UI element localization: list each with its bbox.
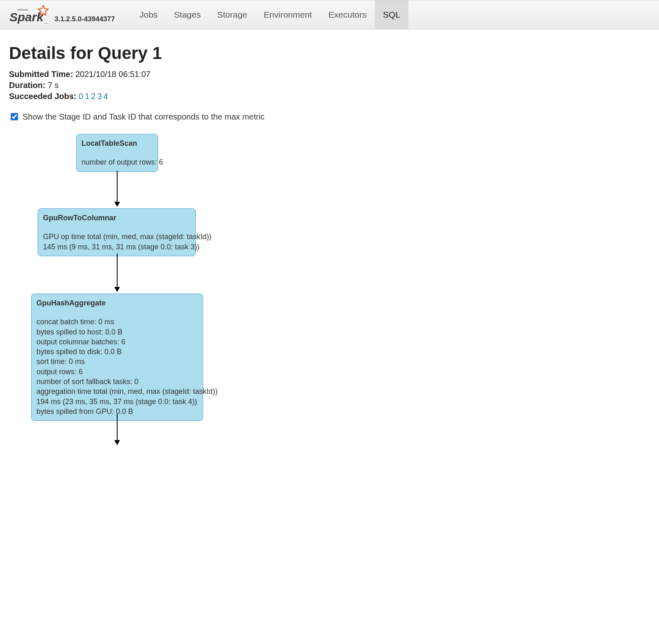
- dag-node-metric: output rows: 6: [36, 367, 198, 377]
- dag-node-metric: output columnar batches: 6: [36, 337, 198, 347]
- nav-tabs: JobsStagesStorageEnvironmentExecutorsSQL: [131, 0, 408, 29]
- show-stage-checkbox[interactable]: [11, 113, 18, 120]
- svg-text:Spark: Spark: [9, 10, 44, 24]
- dag-node-metric: number of output rows: 6: [82, 157, 153, 167]
- page-title: Details for Query 1: [9, 43, 650, 63]
- svg-text:TM: TM: [45, 23, 48, 25]
- succeeded-job-link[interactable]: 3: [97, 92, 102, 101]
- dag-node-metric: bytes spilled to host: 0.0 B: [36, 327, 198, 337]
- nav-tab-environment[interactable]: Environment: [256, 0, 320, 29]
- dag-node-metric: concat batch time: 0 ms: [36, 317, 198, 327]
- show-stage-checkbox-label: Show the Stage ID and Task ID that corre…: [23, 112, 265, 122]
- duration-label: Duration:: [9, 81, 45, 90]
- spark-logo-icon: APACHE Spark TM: [7, 4, 50, 26]
- show-stage-checkbox-row[interactable]: Show the Stage ID and Task ID that corre…: [9, 112, 650, 122]
- duration-value: 7 s: [48, 81, 59, 90]
- dag-node-gpu-hash-aggregate[interactable]: GpuHashAggregateconcat batch time: 0 msb…: [31, 294, 203, 421]
- nav-tab-sql[interactable]: SQL: [375, 0, 408, 29]
- brand: APACHE Spark TM 3.1.2.5.0-43944377: [7, 4, 115, 26]
- duration-line: Duration: 7 s: [9, 81, 650, 90]
- page-content: Details for Query 1 Submitted Time: 2021…: [0, 29, 659, 453]
- dag-edge: [117, 414, 118, 441]
- nav-tab-stages[interactable]: Stages: [166, 0, 209, 29]
- nav-tab-storage[interactable]: Storage: [209, 0, 256, 29]
- submitted-time-line: Submitted Time: 2021/10/18 06:51:07: [9, 70, 650, 79]
- dag-edge-arrowhead-icon: [114, 287, 120, 292]
- succeeded-jobs-links: 01234: [79, 92, 110, 101]
- submitted-time-label: Submitted Time:: [9, 70, 73, 79]
- dag-edge: [117, 171, 118, 203]
- dag-node-metric: bytes spilled to disk: 0.0 B: [36, 347, 198, 357]
- navbar: APACHE Spark TM 3.1.2.5.0-43944377 JobsS…: [0, 0, 659, 29]
- succeeded-jobs-line: Succeeded Jobs: 01234: [9, 92, 650, 101]
- succeeded-job-link[interactable]: 0: [79, 92, 83, 101]
- dag-node-local-table-scan[interactable]: LocalTableScannumber of output rows: 6: [76, 134, 158, 172]
- dag-node-metric: sort time: 0 ms: [36, 357, 198, 366]
- nav-tab-executors[interactable]: Executors: [320, 0, 375, 29]
- succeeded-job-link[interactable]: 2: [91, 92, 95, 101]
- succeeded-job-link[interactable]: 1: [85, 92, 89, 101]
- dag-node-metric: 194 ms (23 ms, 35 ms, 37 ms (stage 0.0: …: [36, 397, 198, 407]
- succeeded-jobs-label: Succeeded Jobs:: [9, 92, 77, 101]
- dag-edge-arrowhead-icon: [114, 202, 120, 207]
- dag-node-metric: 145 ms (9 ms, 31 ms, 31 ms (stage 0.0: t…: [43, 242, 190, 252]
- dag-node-gpu-row-to-columnar[interactable]: GpuRowToColumnarGPU op time total (min, …: [38, 208, 196, 256]
- dag-node-metric: aggregation time total (min, med, max (s…: [36, 386, 198, 396]
- dag-edge: [117, 253, 118, 288]
- version-label: 3.1.2.5.0-43944377: [54, 15, 115, 23]
- dag-node-metric: GPU op time total (min, med, max (stageI…: [43, 232, 190, 242]
- dag-edge-arrowhead-icon: [114, 440, 120, 445]
- dag-node-title: LocalTableScan: [82, 138, 153, 148]
- nav-tab-jobs[interactable]: Jobs: [131, 0, 165, 29]
- succeeded-job-link[interactable]: 4: [104, 92, 108, 101]
- dag-node-title: GpuHashAggregate: [36, 298, 198, 308]
- dag-visualization: LocalTableScannumber of output rows: 6Gp…: [9, 134, 650, 445]
- submitted-time-value: 2021/10/18 06:51:07: [75, 70, 151, 79]
- dag-node-metric: number of sort fallback tasks: 0: [36, 377, 198, 386]
- dag-node-title: GpuRowToColumnar: [43, 213, 190, 223]
